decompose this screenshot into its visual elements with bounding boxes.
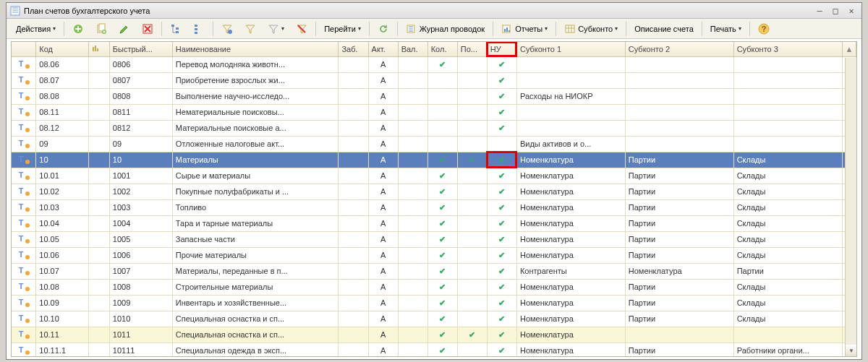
cell-sub3 [733, 136, 842, 152]
table-row[interactable]: 10.051005Запасные частиА✔✔НоменклатураПа… [12, 231, 856, 247]
descr-button[interactable]: Описание счета [629, 21, 699, 37]
col-sub1[interactable]: Субконто 1 [516, 42, 625, 56]
account-icon [19, 345, 29, 354]
cell-sub3: Склады [733, 199, 842, 215]
add-button[interactable] [67, 21, 89, 37]
print-menu[interactable]: Печать▾ [705, 21, 746, 37]
cell-qty: ✔ [427, 215, 457, 231]
cell-sort [88, 56, 109, 72]
table-row[interactable]: 08.060806Перевод молодняка животн...А✔✔ [12, 56, 856, 72]
col-qty[interactable]: Кол. [427, 42, 457, 56]
table-row[interactable]: 10.111011Специальная оснастка и сп...А✔✔… [12, 327, 856, 342]
account-icon [19, 59, 29, 68]
cell-name: Перевод молодняка животн... [172, 56, 339, 72]
table-row[interactable]: 10.041004Тара и тарные материалыА✔✔Номен… [12, 215, 856, 231]
col-sub3[interactable]: Субконто 3 [733, 42, 842, 56]
cell-po [457, 311, 487, 327]
cell-zab [339, 231, 368, 247]
journal-button[interactable]: Журнал проводок [401, 21, 490, 37]
table-row[interactable]: 10.061006Прочие материалыА✔✔Номенклатура… [12, 247, 856, 263]
cell-quick: 1004 [109, 215, 172, 231]
table-row[interactable]: 10.081008Строительные материалыА✔✔Номенк… [12, 279, 856, 295]
cell-val [398, 184, 427, 199]
table-row[interactable]: 10.021002Покупные полуфабрикаты и ...А✔✔… [12, 184, 856, 199]
col-nu[interactable]: НУ [487, 42, 516, 56]
filter2-button[interactable] [239, 21, 261, 37]
reports-button[interactable]: Отчеты▾ [496, 21, 553, 37]
table-row[interactable]: 10.11.110111Специальная одежда в эксп...… [12, 342, 856, 357]
table-row[interactable]: 08.070807Приобретение взрослых жи...А✔ [12, 72, 856, 88]
copy-button[interactable] [90, 21, 112, 37]
filter-off-button[interactable] [291, 21, 312, 37]
cell-sub1: Номенклатура [516, 215, 625, 231]
cell-sort [88, 342, 109, 357]
cell-val [398, 247, 427, 263]
cell-nu: ✔ [487, 168, 516, 184]
grid[interactable]: Код Быстрый... Наименование Заб. Акт. Ва… [11, 41, 857, 357]
hierarchy1-button[interactable] [165, 21, 187, 37]
goto-menu[interactable]: Перейти▾ [319, 21, 366, 37]
col-sort[interactable] [88, 42, 109, 56]
cell-po [457, 263, 487, 279]
table-row[interactable]: 10.031003ТопливоА✔✔НоменклатураПартииСкл… [12, 199, 856, 215]
table-row[interactable]: 08.110811Нематериальные поисковы...А✔ [12, 104, 856, 120]
filter3-button[interactable]: ▾ [263, 21, 289, 37]
cell-sub1: Номенклатура [516, 247, 625, 263]
cell-val [398, 104, 427, 120]
cell-sort [88, 295, 109, 311]
table-row[interactable]: 08.120812Материальные поисковые а...А✔ [12, 120, 856, 136]
table-row[interactable]: 1010МатериалыА✔✔✔НоменклатураПартииСклад… [12, 152, 856, 168]
col-code[interactable]: Код [36, 42, 89, 56]
svg-rect-10 [195, 28, 197, 30]
actions-menu[interactable]: Действия▾ [11, 21, 61, 37]
delete-button[interactable] [137, 21, 158, 37]
cell-sub3: Партии [733, 263, 842, 279]
cell-sub3: Работники органи... [733, 342, 842, 357]
vertical-scrollbar[interactable]: ▼ [845, 58, 856, 356]
table-row[interactable]: 08.080808Выполнение научно-исследо...А✔Р… [12, 88, 856, 104]
table-row[interactable]: 0909Отложенные налоговые акт...АВиды акт… [12, 136, 856, 152]
filter1-button[interactable] [216, 21, 238, 37]
cell-quick: 1001 [109, 168, 172, 184]
scroll-down-icon[interactable]: ▼ [846, 345, 857, 356]
col-scroll: ▲ [842, 42, 856, 56]
cell-sub2 [625, 72, 733, 88]
cell-qty: ✔ [427, 231, 457, 247]
col-sub2[interactable]: Субконто 2 [625, 42, 733, 56]
edit-button[interactable] [114, 21, 135, 37]
account-icon [19, 107, 29, 116]
table-row[interactable]: 10.071007Материалы, переданные в п...А✔✔… [12, 263, 856, 279]
row-icon-cell [12, 199, 36, 215]
table-row[interactable]: 10.011001Сырье и материалыА✔✔Номенклатур… [12, 168, 856, 184]
close-button[interactable]: ✕ [844, 5, 859, 17]
table-row[interactable]: 10.101010Специальная оснастка и сп...А✔✔… [12, 311, 856, 327]
col-act[interactable]: Акт. [368, 42, 398, 56]
col-icon[interactable] [12, 42, 36, 56]
svg-rect-8 [176, 31, 179, 33]
col-val[interactable]: Вал. [398, 42, 427, 56]
table-row[interactable]: 10.091009Инвентарь и хозяйственные...А✔✔… [12, 295, 856, 311]
col-name[interactable]: Наименование [172, 42, 339, 56]
window: План счетов бухгалтерского учета — □ ✕ Д… [6, 2, 862, 360]
titlebar[interactable]: План счетов бухгалтерского учета — □ ✕ [7, 3, 861, 19]
col-quick[interactable]: Быстрый... [109, 42, 172, 56]
hierarchy2-button[interactable] [188, 21, 210, 37]
cell-sort [88, 168, 109, 184]
refresh-button[interactable] [373, 21, 394, 37]
col-zab[interactable]: Заб. [339, 42, 368, 56]
cell-nu: ✔ [487, 295, 516, 311]
cell-sort [88, 327, 109, 342]
cell-val [398, 199, 427, 215]
maximize-button[interactable]: □ [828, 5, 843, 17]
minimize-button[interactable]: — [812, 5, 827, 17]
col-po[interactable]: По... [457, 42, 487, 56]
cell-sub1 [516, 72, 625, 88]
cell-name: Выполнение научно-исследо... [172, 88, 339, 104]
subkonto-button[interactable]: Субконто▾ [559, 21, 623, 37]
help-button[interactable]: ? [753, 21, 775, 37]
cell-zab [339, 247, 368, 263]
cell-name: Покупные полуфабрикаты и ... [172, 184, 339, 199]
cell-sub2: Партии [625, 342, 733, 357]
cell-sub2: Партии [625, 184, 733, 199]
svg-rect-16 [506, 27, 508, 32]
